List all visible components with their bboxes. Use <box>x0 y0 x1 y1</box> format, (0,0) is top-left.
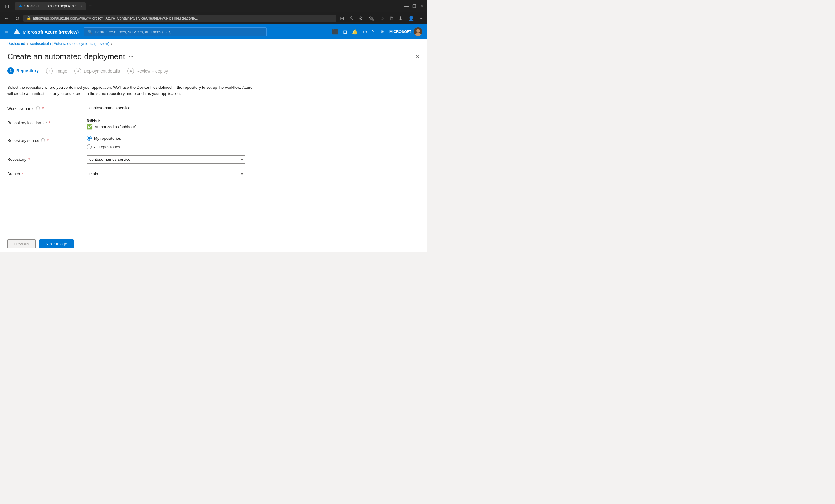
notifications-icon[interactable]: 🔔 <box>352 29 358 35</box>
repository-label: Repository * <box>7 155 87 162</box>
radio-my-repos-input[interactable] <box>87 136 91 141</box>
branch-select-wrapper: main ▾ <box>87 170 245 178</box>
directory-icon[interactable]: ⊟ <box>343 29 347 35</box>
favorites-icon[interactable]: ☆ <box>379 15 385 22</box>
tab-bar: Create an automated deployme... × + <box>15 2 402 10</box>
repo-location-required: * <box>49 121 50 125</box>
extensions-icon[interactable]: 🔌 <box>367 15 376 22</box>
cloud-shell-icon[interactable]: ⬛ <box>332 29 338 35</box>
svg-point-3 <box>415 33 422 36</box>
user-avatar <box>414 27 422 36</box>
repository-location-value: GitHub ✅ Authorized as 'sabbour' <box>87 118 245 130</box>
workflow-name-info-icon[interactable]: ⓘ <box>36 106 40 111</box>
azure-logo-icon <box>13 28 20 35</box>
url-text: https://ms.portal.azure.com/#view/Micros… <box>33 16 198 20</box>
new-tab-button[interactable]: + <box>86 3 94 9</box>
repository-source-options: My repositories All repositories <box>87 136 245 149</box>
search-placeholder: Search resources, services, and docs (G+… <box>95 29 171 34</box>
lock-icon: 🔒 <box>26 16 31 20</box>
workflow-name-label: Workflow name ⓘ * <box>7 104 87 111</box>
branch-row: Branch * main ▾ <box>7 170 420 178</box>
branch-required: * <box>22 171 23 176</box>
refresh-button[interactable]: ↻ <box>14 14 21 23</box>
active-tab[interactable]: Create an automated deployme... × <box>15 2 86 10</box>
azure-header: ≡ Microsoft Azure (Preview) 🔍 Search res… <box>0 24 427 39</box>
tab-title: Create an automated deployme... <box>24 4 79 8</box>
window-controls: — ❐ ✕ <box>404 4 424 8</box>
branch-select[interactable]: main <box>87 170 245 178</box>
azure-logo: Microsoft Azure (Preview) <box>13 28 79 35</box>
profile-icon[interactable]: 👤 <box>407 15 415 22</box>
breadcrumb-sep-1: › <box>27 41 28 46</box>
settings-icon[interactable]: ⚙ <box>363 29 367 35</box>
radio-all-repos-input[interactable] <box>87 144 91 149</box>
radio-all-repos-label: All repositories <box>94 145 120 149</box>
repository-source-label: Repository source ⓘ * <box>7 136 87 143</box>
browser-controls: ⊡ <box>4 3 10 9</box>
form-content: Select the repository where you've defin… <box>0 78 427 235</box>
step-repository[interactable]: 1 Repository <box>7 67 39 78</box>
workflow-name-row: Workflow name ⓘ * <box>7 104 420 112</box>
page-close-icon[interactable]: ✕ <box>415 54 420 60</box>
nav-bar: ← ↻ 🔒 https://ms.portal.azure.com/#view/… <box>0 12 427 24</box>
more-icon[interactable]: ··· <box>419 15 425 22</box>
repository-select[interactable]: contoso-names-service <box>87 155 245 164</box>
repo-source-required: * <box>47 138 48 143</box>
tab-close-button[interactable]: × <box>81 5 82 8</box>
collections-icon[interactable]: ⧉ <box>388 15 394 22</box>
previous-button[interactable]: Previous <box>7 239 36 248</box>
close-button[interactable]: ✕ <box>420 4 424 8</box>
step-deployment-details[interactable]: 3 Deployment details <box>75 68 120 78</box>
step-1-label: Repository <box>17 68 39 73</box>
auth-check-icon: ✅ <box>87 124 93 130</box>
radio-all-repositories[interactable]: All repositories <box>87 144 245 149</box>
step-review-deploy[interactable]: 4 Review + deploy <box>127 68 168 78</box>
minimize-button[interactable]: — <box>404 4 409 8</box>
feedback-icon[interactable]: ☺ <box>380 29 385 35</box>
workflow-name-control <box>87 104 245 112</box>
repo-location-auth: ✅ Authorized as 'sabbour' <box>87 124 245 130</box>
step-4-circle: 4 <box>127 68 134 75</box>
browser-settings-icon[interactable]: ⚙ <box>358 15 364 22</box>
address-bar[interactable]: 🔒 https://ms.portal.azure.com/#view/Micr… <box>23 15 336 22</box>
breadcrumb-sep-2: › <box>111 41 112 46</box>
step-image[interactable]: 2 Image <box>46 68 67 78</box>
repo-location-auth-text: Authorized as 'sabbour' <box>95 124 136 129</box>
page-header: Create an automated deployment ··· ✕ <box>0 48 427 61</box>
repo-source-info-icon[interactable]: ⓘ <box>41 138 45 143</box>
azure-header-actions: ⬛ ⊟ 🔔 ⚙ ? ☺ MICROSOFT <box>332 27 422 36</box>
repo-location-info-icon[interactable]: ⓘ <box>43 120 47 125</box>
radio-my-repositories[interactable]: My repositories <box>87 136 245 141</box>
next-button[interactable]: Next: Image <box>39 239 74 248</box>
footer: Previous Next: Image <box>0 235 427 252</box>
step-1-circle: 1 <box>7 67 14 74</box>
breadcrumb-dashboard[interactable]: Dashboard <box>7 41 25 46</box>
radio-my-repos-label: My repositories <box>94 136 121 141</box>
repository-location-row: Repository location ⓘ * GitHub ✅ Authori… <box>7 118 420 130</box>
azure-app-name: Microsoft Azure (Preview) <box>23 29 79 35</box>
downloads-icon[interactable]: ⬇ <box>398 15 404 22</box>
step-3-circle: 3 <box>75 68 81 75</box>
branch-label: Branch * <box>7 170 87 176</box>
back-button[interactable]: ← <box>2 14 11 22</box>
breadcrumb-automated-deployments[interactable]: contosobipfh | Automated deployments (pr… <box>30 41 109 46</box>
page-title: Create an automated deployment <box>7 52 125 61</box>
workflow-name-input[interactable] <box>87 104 245 112</box>
hamburger-menu[interactable]: ≡ <box>5 29 8 35</box>
step-3-label: Deployment details <box>84 69 120 74</box>
split-screen-icon[interactable]: ⊞ <box>339 15 345 22</box>
repo-location-title: GitHub <box>87 118 245 123</box>
svg-point-2 <box>416 29 420 33</box>
sidebar-toggle-icon[interactable]: ⊡ <box>4 3 10 9</box>
help-icon[interactable]: ? <box>372 29 375 35</box>
description-text: Select the repository where you've defin… <box>7 85 258 97</box>
read-aloud-icon[interactable]: 𝔸 <box>348 15 354 22</box>
azure-search[interactable]: 🔍 Search resources, services, and docs (… <box>84 27 267 36</box>
azure-user[interactable]: MICROSOFT <box>389 27 422 36</box>
step-4-label: Review + deploy <box>137 69 168 74</box>
restore-button[interactable]: ❐ <box>412 4 416 8</box>
nav-actions: ⊞ 𝔸 ⚙ 🔌 ☆ ⧉ ⬇ 👤 ··· <box>339 15 425 22</box>
page-menu-icon[interactable]: ··· <box>129 54 134 60</box>
user-label: MICROSOFT <box>389 29 411 34</box>
breadcrumb: Dashboard › contosobipfh | Automated dep… <box>0 39 427 48</box>
